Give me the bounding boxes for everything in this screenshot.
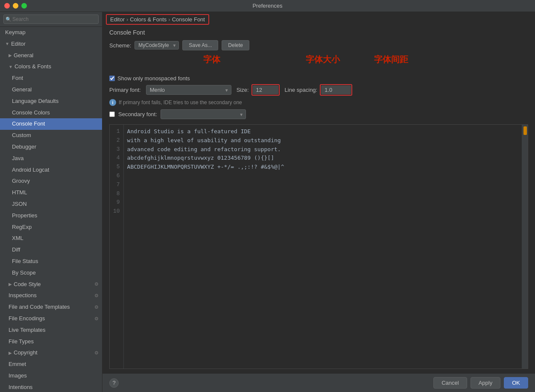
primary-font-label: Primary font:	[109, 87, 141, 93]
sidebar-item-label: Images	[9, 372, 27, 380]
sidebar-item-copyright[interactable]: ▶ Copyright ⚙	[0, 347, 102, 359]
size-input-wrap	[251, 84, 280, 96]
preview-area: 1 2 3 4 5 6 7 8 9 10 Android Studio is a…	[109, 124, 528, 369]
search-input[interactable]	[3, 15, 99, 24]
breadcrumb-part-3: Console Font	[172, 16, 205, 23]
apply-button[interactable]: Apply	[471, 377, 501, 389]
sidebar-item-xml[interactable]: XML	[0, 233, 102, 244]
sidebar-item-label: RegExp	[12, 223, 32, 232]
sidebar-item-code-style[interactable]: ▶ Code Style ⚙	[0, 279, 102, 290]
sidebar-item-label: Language Defaults	[12, 97, 58, 106]
settings-icon: ⚙	[94, 304, 99, 311]
scroll-thumb[interactable]	[523, 126, 527, 135]
cancel-button[interactable]: Cancel	[433, 377, 467, 389]
content-inner: Console Font Scheme: MyCodeStyle ▼ Save …	[102, 25, 535, 373]
sidebar-item-label: Code Style	[14, 280, 41, 289]
expand-arrow: ▶	[9, 350, 12, 357]
sidebar-item-colors-fonts[interactable]: ▼ Colors & Fonts	[0, 61, 102, 73]
sidebar-item-label: File Types	[9, 337, 34, 346]
info-icon: i	[109, 99, 116, 106]
sidebar-item-diff[interactable]: Diff	[0, 244, 102, 256]
settings-icon: ⚙	[94, 281, 99, 288]
secondary-font-select-wrap: ▼	[161, 109, 246, 119]
close-button[interactable]	[4, 3, 10, 9]
linespacing-input[interactable]	[321, 85, 351, 94]
sidebar-item-console-font[interactable]: Console Font	[0, 118, 102, 130]
annotation-size: 字体大小	[306, 54, 340, 65]
sidebar-item-general[interactable]: ▶ General	[0, 50, 102, 61]
linespacing-label: Line spacing:	[285, 87, 318, 93]
scheme-row: Scheme: MyCodeStyle ▼ Save As... Delete	[109, 40, 528, 50]
sidebar-item-general2[interactable]: General	[0, 84, 102, 96]
sidebar-item-json[interactable]: JSON	[0, 199, 102, 210]
sidebar-item-label: Inspections	[9, 291, 37, 300]
sidebar-item-custom[interactable]: Custom	[0, 130, 102, 141]
breadcrumb-sep-1: ›	[126, 16, 128, 23]
ok-button[interactable]: OK	[504, 377, 528, 389]
linespacing-group: Line spacing:	[285, 84, 353, 96]
expand-arrow: ▼	[5, 41, 9, 47]
annotation-font: 字体	[203, 54, 220, 65]
sidebar-item-label: File and Code Templates	[9, 303, 70, 312]
scrollbar-area[interactable]	[522, 125, 528, 369]
sidebar-item-regexp[interactable]: RegExp	[0, 222, 102, 233]
sidebar-item-keymap[interactable]: Keymap	[0, 27, 102, 38]
breadcrumb-part-1: Editor	[110, 16, 125, 23]
sidebar-item-label: Keymap	[5, 28, 26, 37]
primary-font-select-wrap: Menlo ▼	[146, 85, 231, 95]
breadcrumb-sep-2: ›	[168, 16, 170, 23]
sidebar-item-language-defaults[interactable]: Language Defaults	[0, 96, 102, 107]
sidebar-item-label: Console Font	[12, 120, 45, 129]
secondary-font-label: Secondary font:	[118, 111, 157, 117]
primary-font-select[interactable]: Menlo	[146, 85, 231, 95]
sidebar-item-label: Font	[12, 74, 23, 83]
sidebar-item-editor[interactable]: ▼ Editor	[0, 38, 102, 50]
sidebar-item-java[interactable]: Java	[0, 153, 102, 164]
sidebar-item-debugger[interactable]: Debugger	[0, 141, 102, 153]
sidebar-item-html[interactable]: HTML	[0, 187, 102, 199]
sidebar-item-label: Custom	[12, 131, 31, 140]
annotation-linespacing: 字体间距	[374, 54, 408, 65]
sidebar-item-android-logcat[interactable]: Android Logcat	[0, 164, 102, 176]
secondary-font-row: Secondary font: ▼	[109, 109, 528, 119]
sidebar-item-emmet[interactable]: Emmet	[0, 359, 102, 370]
save-as-button[interactable]: Save As...	[182, 40, 218, 50]
sidebar-item-properties[interactable]: Properties	[0, 210, 102, 222]
sidebar-item-label: General	[12, 85, 32, 94]
preview-line-3: advanced code editing and refactoring su…	[127, 145, 518, 154]
linespacing-input-wrap	[320, 84, 352, 96]
sidebar-item-label: By Scope	[12, 269, 36, 278]
maximize-button[interactable]	[21, 3, 27, 9]
sidebar-item-inspections[interactable]: Inspections ⚙	[0, 290, 102, 301]
secondary-font-select[interactable]	[161, 109, 246, 119]
section-title: Console Font	[109, 29, 528, 36]
expand-arrow: ▶	[9, 281, 12, 288]
scheme-label: Scheme:	[109, 42, 131, 49]
settings-icon: ⚙	[94, 349, 99, 357]
sidebar-item-file-status[interactable]: File Status	[0, 256, 102, 267]
code-preview: Android Studio is a full-featured IDE wi…	[124, 125, 522, 369]
sidebar-item-file-code-templates[interactable]: File and Code Templates ⚙	[0, 301, 102, 313]
window-controls[interactable]	[4, 3, 27, 9]
sidebar-item-intentions[interactable]: Intentions	[0, 382, 102, 392]
sidebar-item-groovy[interactable]: Groovy	[0, 176, 102, 187]
monospaced-checkbox[interactable]	[109, 76, 115, 81]
size-input[interactable]	[253, 85, 278, 94]
breadcrumb: Editor › Colors & Fonts › Console Font	[106, 14, 209, 25]
sidebar-item-live-templates[interactable]: Live Templates	[0, 325, 102, 336]
sidebar-item-label: Copyright	[14, 348, 38, 357]
sidebar-item-label: General	[14, 51, 33, 60]
scheme-select[interactable]: MyCodeStyle	[134, 41, 179, 50]
sidebar-item-images[interactable]: Images	[0, 370, 102, 382]
expand-arrow: ▶	[9, 52, 12, 59]
minimize-button[interactable]	[13, 3, 18, 9]
sidebar-item-font[interactable]: Font	[0, 73, 102, 84]
sidebar-item-console-colors[interactable]: Console Colors	[0, 107, 102, 119]
delete-button[interactable]: Delete	[222, 40, 249, 50]
sidebar-item-by-scope[interactable]: By Scope	[0, 267, 102, 279]
sidebar-item-file-types[interactable]: File Types	[0, 336, 102, 348]
sidebar-item-label: Live Templates	[9, 326, 45, 335]
secondary-font-checkbox[interactable]	[109, 111, 115, 117]
sidebar-item-file-encodings[interactable]: File Encodings ⚙	[0, 313, 102, 325]
help-button[interactable]: ?	[109, 378, 119, 388]
